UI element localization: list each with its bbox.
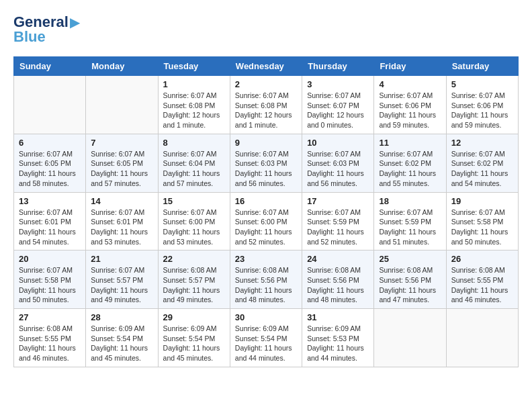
calendar-cell: 4Sunrise: 6:07 AMSunset: 6:06 PMDaylight…: [374, 76, 446, 134]
day-info: Sunrise: 6:07 AMSunset: 6:00 PMDaylight:…: [235, 208, 297, 247]
calendar-cell: 17Sunrise: 6:07 AMSunset: 5:59 PMDayligh…: [302, 192, 374, 250]
day-number: 5: [451, 79, 513, 89]
day-number: 29: [163, 312, 225, 322]
day-info: Sunrise: 6:07 AMSunset: 6:05 PMDaylight:…: [91, 149, 152, 189]
weekday-header-wednesday: Wednesday: [230, 57, 302, 76]
day-number: 31: [307, 312, 369, 322]
calendar-cell: 25Sunrise: 6:08 AMSunset: 5:56 PMDayligh…: [374, 250, 446, 309]
calendar-cell: 23Sunrise: 6:08 AMSunset: 5:56 PMDayligh…: [230, 250, 302, 309]
page-header: General ▶ Blue: [13, 13, 519, 46]
day-number: 16: [235, 196, 297, 206]
calendar-cell: 20Sunrise: 6:07 AMSunset: 5:58 PMDayligh…: [14, 250, 86, 309]
day-info: Sunrise: 6:07 AMSunset: 5:58 PMDaylight:…: [19, 265, 81, 305]
day-info: Sunrise: 6:07 AMSunset: 5:59 PMDaylight:…: [379, 208, 441, 247]
day-number: 22: [163, 254, 225, 264]
day-info: Sunrise: 6:07 AMSunset: 6:02 PMDaylight:…: [379, 149, 441, 189]
day-info: Sunrise: 6:07 AMSunset: 6:02 PMDaylight:…: [451, 149, 513, 189]
day-number: 7: [91, 138, 152, 148]
calendar-cell: 28Sunrise: 6:09 AMSunset: 5:54 PMDayligh…: [86, 309, 158, 367]
calendar-cell: 19Sunrise: 6:07 AMSunset: 5:58 PMDayligh…: [446, 192, 518, 250]
day-number: 20: [19, 254, 81, 264]
day-number: 23: [235, 254, 297, 264]
calendar-cell: 10Sunrise: 6:07 AMSunset: 6:03 PMDayligh…: [302, 134, 374, 192]
calendar-cell: 6Sunrise: 6:07 AMSunset: 6:05 PMDaylight…: [14, 134, 86, 192]
day-info: Sunrise: 6:07 AMSunset: 6:01 PMDaylight:…: [19, 208, 81, 247]
day-info: Sunrise: 6:07 AMSunset: 6:05 PMDaylight:…: [19, 149, 81, 189]
day-info: Sunrise: 6:08 AMSunset: 5:56 PMDaylight:…: [235, 265, 297, 305]
calendar-cell: 27Sunrise: 6:08 AMSunset: 5:55 PMDayligh…: [14, 309, 86, 367]
day-number: 17: [307, 196, 369, 206]
day-info: Sunrise: 6:08 AMSunset: 5:56 PMDaylight:…: [307, 265, 369, 305]
day-number: 1: [163, 79, 225, 89]
calendar-cell: 5Sunrise: 6:07 AMSunset: 6:06 PMDaylight…: [446, 76, 518, 134]
day-info: Sunrise: 6:08 AMSunset: 5:56 PMDaylight:…: [379, 265, 441, 305]
logo: General ▶ Blue: [13, 13, 80, 46]
logo-blue: Blue: [13, 28, 46, 46]
day-info: Sunrise: 6:09 AMSunset: 5:54 PMDaylight:…: [163, 324, 225, 363]
calendar-cell: 22Sunrise: 6:08 AMSunset: 5:57 PMDayligh…: [158, 250, 230, 309]
calendar-cell: [86, 76, 158, 134]
calendar-cell: 29Sunrise: 6:09 AMSunset: 5:54 PMDayligh…: [158, 309, 230, 367]
weekday-header-sunday: Sunday: [14, 57, 86, 76]
calendar-cell: 9Sunrise: 6:07 AMSunset: 6:03 PMDaylight…: [230, 134, 302, 192]
day-info: Sunrise: 6:07 AMSunset: 6:08 PMDaylight:…: [235, 91, 297, 130]
calendar-cell: 14Sunrise: 6:07 AMSunset: 6:01 PMDayligh…: [86, 192, 158, 250]
calendar-cell: 1Sunrise: 6:07 AMSunset: 6:08 PMDaylight…: [158, 76, 230, 134]
logo-bird-icon: ▶: [70, 14, 80, 30]
day-info: Sunrise: 6:09 AMSunset: 5:54 PMDaylight:…: [235, 324, 297, 363]
day-number: 27: [19, 312, 81, 322]
calendar-cell: 11Sunrise: 6:07 AMSunset: 6:02 PMDayligh…: [374, 134, 446, 192]
day-number: 21: [91, 254, 152, 264]
day-number: 26: [451, 254, 513, 264]
calendar-cell: [446, 309, 518, 367]
calendar-cell: 7Sunrise: 6:07 AMSunset: 6:05 PMDaylight…: [86, 134, 158, 192]
day-number: 6: [19, 138, 81, 148]
day-number: 14: [91, 196, 152, 206]
day-number: 2: [235, 79, 297, 89]
day-info: Sunrise: 6:07 AMSunset: 6:07 PMDaylight:…: [307, 91, 369, 130]
calendar-cell: 31Sunrise: 6:09 AMSunset: 5:53 PMDayligh…: [302, 309, 374, 367]
day-info: Sunrise: 6:08 AMSunset: 5:57 PMDaylight:…: [163, 265, 225, 305]
calendar-header-row: SundayMondayTuesdayWednesdayThursdayFrid…: [14, 57, 519, 76]
calendar-week-row: 13Sunrise: 6:07 AMSunset: 6:01 PMDayligh…: [14, 192, 519, 250]
day-number: 24: [307, 254, 369, 264]
day-number: 28: [91, 312, 152, 322]
calendar-week-row: 1Sunrise: 6:07 AMSunset: 6:08 PMDaylight…: [14, 76, 519, 134]
day-number: 25: [379, 254, 441, 264]
day-number: 12: [451, 138, 513, 148]
weekday-header-saturday: Saturday: [446, 57, 518, 76]
day-info: Sunrise: 6:09 AMSunset: 5:53 PMDaylight:…: [307, 324, 369, 363]
day-info: Sunrise: 6:07 AMSunset: 6:03 PMDaylight:…: [235, 149, 297, 189]
day-info: Sunrise: 6:09 AMSunset: 5:54 PMDaylight:…: [91, 324, 152, 363]
calendar-cell: 15Sunrise: 6:07 AMSunset: 6:00 PMDayligh…: [158, 192, 230, 250]
weekday-header-tuesday: Tuesday: [158, 57, 230, 76]
calendar-table: SundayMondayTuesdayWednesdayThursdayFrid…: [13, 56, 519, 367]
weekday-header-thursday: Thursday: [302, 57, 374, 76]
calendar-week-row: 27Sunrise: 6:08 AMSunset: 5:55 PMDayligh…: [14, 309, 519, 367]
calendar-week-row: 20Sunrise: 6:07 AMSunset: 5:58 PMDayligh…: [14, 250, 519, 309]
day-info: Sunrise: 6:08 AMSunset: 5:55 PMDaylight:…: [451, 265, 513, 305]
day-info: Sunrise: 6:07 AMSunset: 6:00 PMDaylight:…: [163, 208, 225, 247]
calendar-cell: 12Sunrise: 6:07 AMSunset: 6:02 PMDayligh…: [446, 134, 518, 192]
day-number: 19: [451, 196, 513, 206]
calendar-cell: 24Sunrise: 6:08 AMSunset: 5:56 PMDayligh…: [302, 250, 374, 309]
weekday-header-friday: Friday: [374, 57, 446, 76]
day-number: 15: [163, 196, 225, 206]
day-info: Sunrise: 6:07 AMSunset: 6:06 PMDaylight:…: [379, 91, 441, 130]
day-info: Sunrise: 6:07 AMSunset: 6:03 PMDaylight:…: [307, 149, 369, 189]
day-info: Sunrise: 6:08 AMSunset: 5:55 PMDaylight:…: [19, 324, 81, 363]
calendar-cell: 3Sunrise: 6:07 AMSunset: 6:07 PMDaylight…: [302, 76, 374, 134]
day-number: 4: [379, 79, 441, 89]
day-number: 11: [379, 138, 441, 148]
calendar-cell: 13Sunrise: 6:07 AMSunset: 6:01 PMDayligh…: [14, 192, 86, 250]
day-info: Sunrise: 6:07 AMSunset: 5:59 PMDaylight:…: [307, 208, 369, 247]
day-number: 8: [163, 138, 225, 148]
day-info: Sunrise: 6:07 AMSunset: 5:57 PMDaylight:…: [91, 265, 152, 305]
day-number: 3: [307, 79, 369, 89]
calendar-cell: 8Sunrise: 6:07 AMSunset: 6:04 PMDaylight…: [158, 134, 230, 192]
day-info: Sunrise: 6:07 AMSunset: 6:04 PMDaylight:…: [163, 149, 225, 189]
calendar-week-row: 6Sunrise: 6:07 AMSunset: 6:05 PMDaylight…: [14, 134, 519, 192]
day-info: Sunrise: 6:07 AMSunset: 5:58 PMDaylight:…: [451, 208, 513, 247]
weekday-header-monday: Monday: [86, 57, 158, 76]
calendar-cell: [374, 309, 446, 367]
